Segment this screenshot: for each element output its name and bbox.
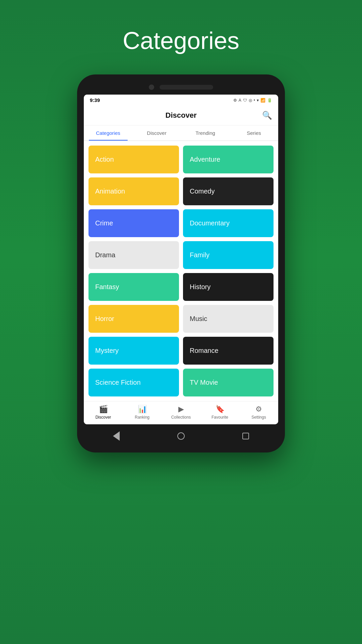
category-music[interactable]: Music (183, 305, 274, 333)
nav-discover[interactable]: 🎬 Discover (84, 405, 123, 420)
search-icon: 🔍 (262, 111, 272, 120)
tab-categories[interactable]: Categories (84, 125, 132, 141)
page-title: Categories (123, 27, 239, 54)
collections-icon: ▶ (178, 405, 184, 414)
nav-favourite-label: Favourite (212, 415, 228, 420)
status-icons: ⚙ A 🛡 ◎ • ▾ 📶 🔋 (233, 98, 272, 103)
phone-screen: 9:39 ⚙ A 🛡 ◎ • ▾ 📶 🔋 Discover 🔍 Categori… (84, 95, 278, 424)
search-button[interactable]: 🔍 (262, 111, 272, 120)
category-comedy[interactable]: Comedy (183, 177, 274, 205)
tab-trending[interactable]: Trending (181, 125, 230, 141)
ranking-icon: 📊 (138, 405, 147, 414)
bottom-nav: 🎬 Discover 📊 Ranking ▶ Collections 🔖 Fav… (84, 401, 278, 424)
gear-icon: ⚙ (233, 98, 237, 103)
recents-square-icon (242, 433, 249, 439)
category-romance[interactable]: Romance (183, 337, 274, 365)
shield-icon: 🛡 (243, 98, 247, 103)
phone-device: 9:39 ⚙ A 🛡 ◎ • ▾ 📶 🔋 Discover 🔍 Categori… (77, 74, 285, 452)
tab-discover[interactable]: Discover (132, 125, 181, 141)
category-adventure[interactable]: Adventure (183, 146, 274, 173)
category-crime[interactable]: Crime (88, 209, 179, 237)
nav-ranking-label: Ranking (135, 415, 149, 420)
dot-icon: • (254, 98, 255, 103)
category-family[interactable]: Family (183, 241, 274, 269)
category-drama[interactable]: Drama (88, 241, 179, 269)
tabs-row: Categories Discover Trending Series (84, 125, 278, 141)
back-button[interactable] (110, 430, 123, 442)
nav-discover-label: Discover (96, 415, 111, 420)
discover-icon: 🎬 (99, 405, 108, 414)
category-science-fiction[interactable]: Science Fiction (88, 369, 179, 396)
phone-top-notch (84, 81, 278, 95)
status-time: 9:39 (90, 97, 100, 103)
speaker-grille (160, 85, 213, 90)
wifi-icon: ▾ (257, 98, 259, 103)
categories-grid: Action Adventure Animation Comedy Crime … (84, 141, 278, 401)
settings-icon: ⚙ (255, 405, 262, 414)
back-triangle-icon (113, 431, 120, 441)
category-fantasy[interactable]: Fantasy (88, 273, 179, 301)
category-tv-movie[interactable]: TV Movie (183, 369, 274, 396)
recents-button[interactable] (239, 430, 252, 442)
battery-icon: 🔋 (267, 98, 272, 103)
nav-ranking[interactable]: 📊 Ranking (123, 405, 162, 420)
signal-icon: 📶 (260, 98, 265, 103)
app-title: Discover (166, 111, 197, 120)
camera-dot (149, 85, 154, 90)
category-mystery[interactable]: Mystery (88, 337, 179, 365)
a-icon: A (239, 98, 241, 103)
category-history[interactable]: History (183, 273, 274, 301)
favourite-icon: 🔖 (216, 405, 225, 414)
category-action[interactable]: Action (88, 146, 179, 173)
home-circle-icon (177, 432, 185, 440)
phone-hardware-nav (84, 424, 278, 446)
tab-series[interactable]: Series (230, 125, 278, 141)
nav-collections-label: Collections (171, 415, 191, 420)
nav-settings-label: Settings (251, 415, 266, 420)
nav-favourite[interactable]: 🔖 Favourite (200, 405, 239, 420)
category-horror[interactable]: Horror (88, 305, 179, 333)
category-animation[interactable]: Animation (88, 177, 179, 205)
nav-settings[interactable]: ⚙ Settings (239, 405, 278, 420)
circle-icon: ◎ (249, 98, 252, 103)
status-bar: 9:39 ⚙ A 🛡 ◎ • ▾ 📶 🔋 (84, 95, 278, 106)
home-button[interactable] (175, 430, 187, 442)
category-documentary[interactable]: Documentary (183, 209, 274, 237)
app-header: Discover 🔍 (84, 106, 278, 125)
nav-collections[interactable]: ▶ Collections (162, 405, 200, 420)
